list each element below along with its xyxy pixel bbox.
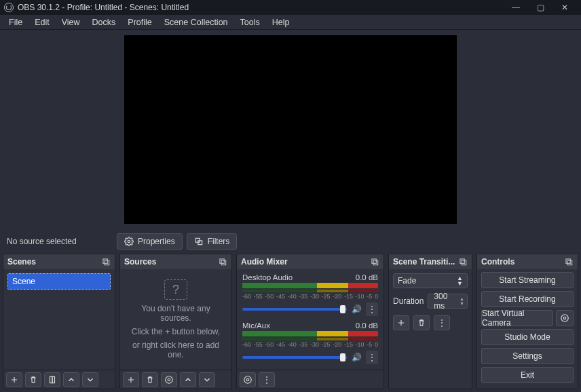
svg-rect-3 — [103, 259, 107, 263]
minimize-button[interactable]: — — [504, 3, 528, 12]
popout-icon[interactable] — [101, 257, 111, 267]
sources-empty-line1: You don't have any sources. — [127, 304, 225, 323]
scene-up-button[interactable] — [63, 372, 79, 387]
sources-footer — [120, 370, 231, 389]
close-button[interactable]: ✕ — [552, 3, 577, 12]
controls-header: Controls — [477, 254, 578, 269]
gear-icon — [560, 313, 569, 323]
transition-add-button[interactable] — [393, 315, 409, 330]
menu-file[interactable]: File — [3, 16, 29, 29]
svg-rect-6 — [52, 376, 55, 383]
mixer-channel-desktop: Desktop Audio 0.0 dB -60-55-50-45-40-35-… — [242, 273, 378, 316]
maximize-button[interactable]: ▢ — [528, 3, 552, 12]
docks-row: Scenes Scene Sources ? You don't have an… — [0, 254, 581, 392]
mixer-body: Desktop Audio 0.0 dB -60-55-50-45-40-35-… — [237, 269, 383, 370]
filters-icon — [194, 237, 204, 246]
speaker-icon[interactable]: 🔊 — [351, 305, 362, 314]
exit-button[interactable]: Exit — [481, 367, 574, 383]
svg-rect-16 — [462, 260, 466, 264]
source-down-button[interactable] — [199, 372, 215, 387]
scenes-list[interactable]: Scene — [3, 269, 115, 370]
controls-dock: Controls Start Streaming Start Recording… — [476, 254, 578, 389]
channel-level: 0.0 dB — [356, 321, 378, 330]
preview-canvas[interactable] — [124, 35, 457, 224]
channel-name: Desktop Audio — [242, 273, 293, 281]
svg-rect-15 — [460, 259, 464, 263]
start-recording-button[interactable]: Start Recording — [481, 291, 574, 307]
svg-point-14 — [244, 376, 252, 383]
popout-icon[interactable] — [218, 257, 227, 267]
scene-add-button[interactable] — [6, 372, 22, 387]
start-streaming-button[interactable]: Start Streaming — [481, 272, 574, 288]
popout-icon[interactable] — [458, 257, 468, 267]
transitions-title: Scene Transiti... — [393, 257, 455, 267]
sources-empty-line2: Click the + button below, — [132, 327, 220, 336]
volume-slider[interactable] — [242, 308, 347, 311]
transition-remove-button[interactable] — [413, 315, 430, 330]
source-status: No source selected — [4, 237, 113, 246]
audio-meter — [242, 290, 378, 292]
mixer-header: Audio Mixer — [237, 254, 383, 269]
source-add-button[interactable] — [123, 372, 139, 387]
obs-logo-icon — [4, 3, 14, 12]
transitions-dock: Scene Transiti... Fade ▲▼ Duration 300 m… — [388, 254, 472, 389]
svg-rect-11 — [372, 259, 376, 263]
menu-view[interactable]: View — [56, 16, 86, 29]
source-remove-button[interactable] — [142, 372, 158, 387]
source-up-button[interactable] — [180, 372, 196, 387]
scene-item[interactable]: Scene — [7, 273, 111, 290]
properties-button[interactable]: Properties — [117, 233, 183, 250]
speaker-icon[interactable]: 🔊 — [351, 353, 362, 362]
spinner-arrows-icon[interactable]: ▲▼ — [460, 296, 464, 306]
audio-meter — [242, 283, 378, 288]
menu-profile[interactable]: Profile — [121, 16, 157, 29]
svg-point-20 — [561, 315, 569, 322]
question-icon: ? — [164, 279, 187, 300]
settings-button[interactable]: Settings — [481, 348, 574, 364]
scene-down-button[interactable] — [82, 372, 98, 387]
studio-mode-button[interactable]: Studio Mode — [481, 329, 574, 345]
properties-label: Properties — [138, 237, 175, 246]
meter-ticks: -60-55-50-45-40-35-30-25-20-15-10-50 — [242, 293, 378, 300]
start-virtual-camera-button[interactable]: Start Virtual Camera — [481, 310, 553, 326]
filters-button[interactable]: Filters — [187, 233, 238, 250]
popout-icon[interactable] — [370, 257, 379, 267]
transitions-body: Fade ▲▼ Duration 300 ms ▲▼ ⋮ — [389, 269, 472, 334]
duration-value: 300 ms — [434, 292, 455, 311]
sources-list[interactable]: ? You don't have any sources. Click the … — [120, 269, 231, 370]
duration-input[interactable]: 300 ms ▲▼ — [428, 294, 468, 309]
scene-filter-button[interactable] — [44, 372, 60, 387]
menu-scene-collection[interactable]: Scene Collection — [158, 16, 234, 29]
sources-empty-line3: or right click here to add one. — [127, 340, 225, 359]
svg-rect-7 — [220, 259, 224, 263]
channel-menu-button[interactable]: ⋮ — [366, 351, 378, 364]
mixer-menu-button[interactable]: ⋮ — [259, 372, 275, 387]
duration-label: Duration — [393, 296, 424, 306]
gear-icon — [124, 237, 134, 246]
channel-menu-button[interactable]: ⋮ — [366, 302, 378, 316]
mixer-settings-button[interactable] — [240, 372, 256, 387]
audio-meter — [242, 338, 378, 340]
menu-edit[interactable]: Edit — [29, 16, 56, 29]
mixer-footer: ⋮ — [237, 370, 383, 389]
scene-remove-button[interactable] — [25, 372, 41, 387]
svg-rect-4 — [105, 260, 109, 264]
audio-meter — [242, 331, 378, 336]
sources-header: Sources — [120, 254, 231, 269]
source-toolbar: No source selected Properties Filters — [0, 229, 581, 254]
controls-title: Controls — [481, 257, 514, 267]
volume-slider[interactable] — [242, 356, 347, 359]
virtual-camera-settings-button[interactable] — [556, 310, 574, 326]
menubar: File Edit View Docks Profile Scene Colle… — [0, 15, 581, 30]
menu-docks[interactable]: Docks — [86, 16, 122, 29]
transition-value: Fade — [398, 276, 416, 286]
sources-dock: Sources ? You don't have any sources. Cl… — [119, 254, 232, 389]
transition-select[interactable]: Fade ▲▼ — [393, 273, 468, 288]
source-properties-button[interactable] — [161, 372, 177, 387]
popout-icon[interactable] — [564, 257, 574, 267]
svg-rect-12 — [373, 260, 377, 264]
menu-tools[interactable]: Tools — [234, 16, 266, 29]
transition-menu-button[interactable]: ⋮ — [434, 315, 450, 330]
window-title: OBS 30.1.2 - Profile: Untitled - Scenes:… — [18, 3, 189, 12]
menu-help[interactable]: Help — [266, 16, 296, 29]
